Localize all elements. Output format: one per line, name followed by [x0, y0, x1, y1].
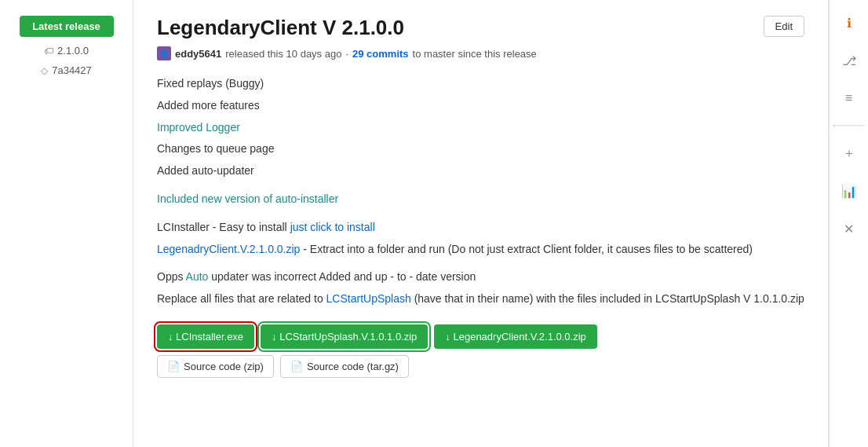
source-zip-button[interactable]: 📄 Source code (zip): [157, 355, 274, 378]
body-line-5: Added auto-updater: [157, 162, 804, 181]
extract-text: - Extract into a folder and run (Do not …: [300, 243, 753, 255]
targz-icon: 📄: [290, 361, 303, 372]
commit-value: 7a34427: [52, 64, 92, 76]
section2-text: Included new version of auto-installer: [157, 190, 804, 209]
section4-line1: Opps Auto updater was incorrect Added an…: [157, 268, 804, 287]
legendary-client-button[interactable]: ↓ LegenadryClient.V.2.1.0.0.zip: [434, 324, 596, 349]
lc-installer-label: LCInstaller - Easy to install: [157, 221, 290, 233]
main-content: LegendaryClient V 2.1.0.0 Edit 👤 eddy564…: [133, 0, 829, 447]
right-sidebar: ℹ ⎇ ≡ ＋ 📊 ✕: [829, 0, 868, 447]
commits-link[interactable]: 29 commits: [352, 48, 409, 60]
author-link[interactable]: eddy5641: [175, 48, 221, 60]
branch-icon[interactable]: ⎇: [838, 49, 860, 71]
released-text: released this 10 days ago: [225, 48, 341, 60]
lcstartupsplash-link[interactable]: LCStartUpSplash: [326, 292, 411, 305]
assets-section: ↓ LCInstaller.exe ↓ LCStartUpSplash.V.1.…: [157, 324, 804, 378]
left-sidebar: Latest release 🏷 2.1.0.0 ◇ 7a34427: [0, 0, 133, 447]
replace-text2: (have that in their name) with the files…: [411, 292, 804, 305]
sidebar-commit: ◇ 7a34427: [12, 64, 121, 76]
source-targz-button[interactable]: 📄 Source code (tar.gz): [280, 355, 409, 378]
tools-icon[interactable]: ✕: [838, 218, 860, 240]
author-avatar: 👤: [157, 46, 171, 60]
plus-icon[interactable]: ＋: [838, 142, 860, 164]
body-line-2: Added more features: [157, 97, 804, 115]
info-icon[interactable]: ℹ: [838, 12, 860, 34]
body-line-1: Fixed replays (Buggy): [157, 75, 804, 93]
release-meta: 👤 eddy5641 released this 10 days ago · 2…: [157, 46, 804, 60]
lcstartupsplash-button[interactable]: ↓ LCStartUpSplash.V.1.0.1.0.zip: [261, 324, 428, 349]
section3-line2: LegenadryClient.V.2.1.0.0.zip - Extract …: [157, 240, 804, 259]
section3-line1: LCInstaller - Easy to install just click…: [157, 218, 804, 237]
release-body: Fixed replays (Buggy) Added more feature…: [157, 75, 804, 309]
sidebar-tag: 🏷 2.1.0.0: [12, 45, 121, 57]
legendary-client-zip-link[interactable]: LegenadryClient.V.2.1.0.0.zip: [157, 243, 300, 255]
lcinstaller-button[interactable]: ↓ LCInstaller.exe: [157, 324, 254, 349]
source-targz-label: Source code (tar.gz): [307, 361, 399, 372]
latest-release-badge: Latest release: [20, 16, 114, 37]
release-title: LegendaryClient V 2.1.0.0: [157, 16, 404, 40]
source-buttons-row: 📄 Source code (zip) 📄 Source code (tar.g…: [157, 355, 804, 378]
body-line-3: Improved Logger: [157, 119, 804, 137]
chart-icon[interactable]: 📊: [838, 180, 860, 202]
tag-value: 2.1.0.0: [57, 45, 89, 57]
tag-icon: 🏷: [44, 46, 53, 57]
sidebar-divider: [833, 125, 864, 126]
meta-dot: ·: [345, 48, 348, 60]
body-line-4: Changes to queue page: [157, 140, 804, 159]
section4-line2: Replace all files that are related to LC…: [157, 290, 804, 309]
replace-text: Replace all files that are related to: [157, 292, 326, 305]
zip-icon: 📄: [167, 361, 180, 372]
commit-icon: ◇: [41, 65, 48, 76]
asset-buttons-row: ↓ LCInstaller.exe ↓ LCStartUpSplash.V.1.…: [157, 324, 804, 349]
auto-text: Auto: [186, 270, 209, 283]
book-icon[interactable]: ≡: [838, 87, 860, 109]
just-click-link[interactable]: just click to install: [290, 221, 375, 233]
release-header: LegendaryClient V 2.1.0.0 Edit: [157, 16, 804, 40]
updater-text: updater was incorrect Added and up - to …: [208, 270, 476, 283]
source-zip-label: Source code (zip): [184, 361, 264, 372]
to-master-text: to master since this release: [413, 48, 537, 60]
edit-button[interactable]: Edit: [764, 16, 804, 37]
opps-text: Opps: [157, 270, 186, 283]
